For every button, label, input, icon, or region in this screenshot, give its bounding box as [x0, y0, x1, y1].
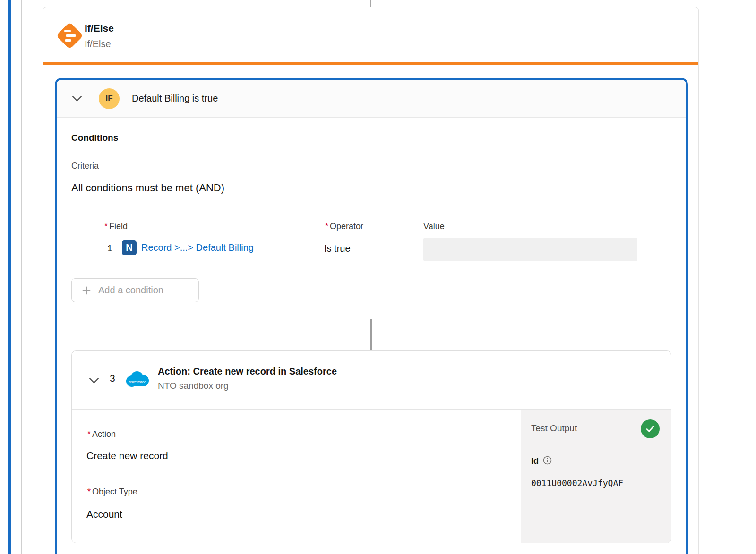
action-title: Action: Create new record in Salesforce: [158, 366, 337, 377]
ifelse-accent-bar: [43, 62, 698, 65]
id-label: Id: [531, 456, 539, 466]
condition-value-input: [423, 238, 637, 261]
salesforce-logo-icon: salesforce: [124, 370, 151, 392]
operator-column-label: *Operator: [325, 222, 363, 231]
action-subtitle: NTO sandbox org: [158, 381, 337, 391]
branch-connector: [370, 319, 372, 350]
success-check-icon: [641, 419, 660, 438]
action-step-number: 3: [110, 373, 115, 384]
test-output-title: Test Output: [531, 423, 577, 434]
branch-connector-line: [21, 0, 22, 554]
ifelse-icon: [55, 21, 84, 50]
ifelse-block: If/Else If/Else IF Default Billing is tr…: [43, 7, 699, 554]
field-column-label: *Field: [104, 222, 128, 231]
ifelse-header: If/Else If/Else: [85, 23, 114, 50]
branch-selection-edge: [8, 0, 11, 554]
record-id-value: 0011U00002AvJfyQAF: [531, 478, 623, 488]
chevron-down-icon[interactable]: [88, 375, 100, 387]
required-marker: *: [87, 487, 91, 496]
condition-operator-value[interactable]: Is true: [324, 243, 351, 254]
info-icon[interactable]: [543, 456, 552, 467]
chevron-down-icon[interactable]: [71, 93, 83, 105]
criteria-label: Criteria: [71, 161, 99, 171]
add-condition-button[interactable]: Add a condition: [71, 278, 199, 302]
if-badge: IF: [99, 88, 120, 109]
svg-text:salesforce: salesforce: [129, 380, 146, 384]
top-connector-line: [370, 0, 371, 7]
object-type-label: *Object Type: [87, 487, 137, 497]
if-branch-header[interactable]: IF Default Billing is true: [57, 80, 686, 118]
required-marker: *: [87, 429, 91, 439]
action-card: 3 salesforce Action: Create new record i…: [71, 350, 671, 543]
action-card-header[interactable]: 3 salesforce Action: Create new record i…: [72, 351, 671, 410]
condition-field-link[interactable]: Record >...> Default Billing: [141, 242, 254, 253]
value-column-label: Value: [423, 222, 445, 231]
plus-icon: [81, 285, 92, 296]
required-marker: *: [325, 222, 328, 231]
condition-row-index: 1: [107, 243, 112, 254]
criteria-value: All conditions must be met (AND): [71, 182, 224, 194]
object-type-value: Account: [86, 509, 122, 520]
test-output-panel: Test Output Id: [521, 410, 671, 543]
ifelse-subtitle: If/Else: [85, 39, 114, 50]
action-field-label: *Action: [87, 429, 116, 439]
netsuite-icon: N: [122, 240, 137, 255]
action-field-value: Create new record: [86, 450, 168, 461]
required-marker: *: [104, 222, 108, 231]
conditions-heading: Conditions: [71, 133, 118, 143]
action-card-body: *Action Create new record *Object Type A…: [72, 410, 671, 543]
if-branch-label: Default Billing is true: [132, 93, 218, 104]
flow-canvas: { "ui": { "required_marker": "*" }, "ico…: [0, 0, 756, 554]
if-branch-container: IF Default Billing is true Conditions Cr…: [55, 78, 688, 554]
ifelse-title: If/Else: [85, 23, 114, 34]
